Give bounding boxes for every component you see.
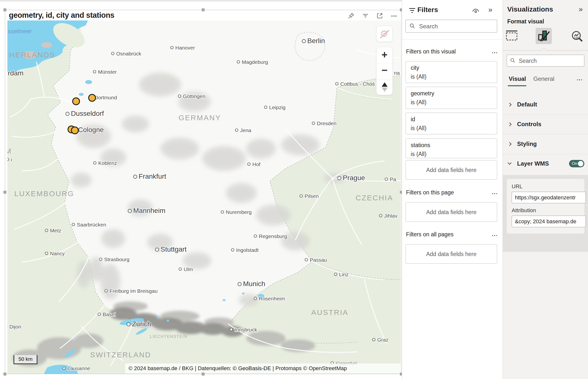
resize-handle-bottom-mid[interactable] [202,373,205,376]
chevron-right-icon [508,103,512,107]
basemap-germany[interactable]: sselmeerTHERLANDSerdamMinaOsnabrückHanov… [7,20,401,374]
map-label: Innsbruck [235,327,257,332]
city-marker [94,162,96,164]
map-label: Jena [240,127,251,133]
city-marker [336,83,338,85]
format-visual-tab-selected[interactable] [536,28,552,44]
add-data-fields-dropzone[interactable]: Add data fields here [406,244,497,264]
zoom-out-button[interactable]: − [376,63,392,79]
map-label: Ulm [184,266,193,272]
map-label: LUXEMBOURG [14,190,74,198]
map-visual[interactable]: sselmeerTHERLANDSerdamMinaOsnabrückHanov… [7,20,401,374]
filters-section-title: Filters on this visual [406,48,456,55]
layer-wms-toggle[interactable]: On [569,160,584,167]
pitch-up-icon [382,82,388,87]
collapse-filters-pane-icon[interactable]: » [488,6,492,13]
map-label: Stuttgart [161,245,187,253]
city-marker [45,252,48,255]
divider-notch [541,48,547,53]
chevron-down-icon [508,161,512,165]
map-label: GERMANY [179,114,221,122]
map-zoom-control[interactable]: + − [376,47,393,95]
map-label: AUSTRIA [311,308,348,316]
focus-mode-icon[interactable] [376,12,383,19]
build-visual-icon[interactable] [505,30,519,43]
pitch-control[interactable] [376,79,392,95]
city-marker [264,106,267,109]
station-data-point[interactable] [73,98,80,105]
section-more-options-icon[interactable] [491,191,497,196]
visualizations-pane-title: Visualizations [507,5,553,13]
zoom-in-button[interactable]: + [376,47,392,63]
map-label: Magdeburg [242,59,268,65]
station-data-point[interactable] [71,127,78,134]
map-settings-button[interactable]: ⚙ [376,26,393,42]
eye-icon[interactable] [472,7,480,16]
resize-handle-bottom-left[interactable] [3,373,6,376]
analytics-icon[interactable] [571,30,584,44]
section-styling[interactable]: Styling [503,134,588,154]
add-data-fields-dropzone[interactable]: Add data fields here [406,160,497,180]
tab-general[interactable]: General [533,75,554,82]
section-label: Layer WMS [517,160,549,167]
resize-handle-left-mid[interactable] [3,191,6,194]
section-controls[interactable]: Controls [503,115,588,134]
city-marker [128,209,131,213]
add-data-fields-dropzone[interactable]: Add data fields here [406,202,497,222]
url-input[interactable] [512,192,586,203]
attribution-label: Attribution [512,207,579,214]
url-label: URL [512,183,579,190]
section-default[interactable]: Default [503,95,588,115]
map-label: erdam [7,69,23,77]
filter-card-city[interactable]: city is (All) [406,61,497,83]
filter-field-name: stations [411,142,492,149]
map-label: Dijon [9,324,21,329]
section-more-options-icon[interactable] [491,233,497,238]
format-search-box[interactable] [507,55,584,67]
filter-card-id[interactable]: id is (All) [406,113,497,134]
format-visual-icon [536,28,552,44]
resize-handle-top-mid[interactable] [202,8,205,11]
more-options-icon[interactable] [391,12,397,19]
map-label: Cologne [78,126,104,134]
map-label: LIECHTENSTEIN [150,334,187,339]
station-data-point[interactable] [89,94,96,101]
layer-wms-card: URL Attribution [507,179,584,234]
map-label: Ingolstadt [236,247,259,253]
city-marker [231,249,234,251]
city-marker [93,70,96,73]
section-more-options-icon[interactable] [491,50,497,55]
filter-condition: is (All) [411,99,492,106]
filter-icon[interactable] [362,12,369,19]
filter-condition: is (All) [411,125,492,132]
tabs-more-options-icon[interactable] [576,77,582,82]
map-label: Prague [343,174,365,182]
section-layer-wms[interactable]: Layer WMS On [503,154,588,175]
filter-card-stations[interactable]: stations is (All) [406,138,497,158]
city-marker [237,61,240,63]
city-marker [238,282,241,286]
map-label: Jihlav [384,213,397,219]
city-marker [235,129,238,132]
filters-search-box[interactable] [406,20,497,33]
filter-condition: is (All) [411,73,492,80]
format-search-input[interactable] [518,56,581,66]
city-marker [105,290,108,292]
section-label: Controls [517,121,541,128]
tab-visual[interactable]: Visual [509,75,526,82]
map-label: Osnabrück [116,51,141,56]
pin-icon[interactable] [348,12,355,19]
filter-card-geometry[interactable]: geometry is (All) [406,87,497,109]
filters-search-input[interactable] [419,21,493,31]
map-label: sselmeer [8,28,32,34]
city-marker [127,323,130,326]
city-marker [178,95,181,98]
city-marker [112,52,114,55]
resize-handle-top-left[interactable] [3,8,6,11]
collapse-visualizations-pane-icon[interactable]: » [579,5,583,13]
map-label: Rosenheim [259,296,285,301]
map-label: Dusseldorf [71,110,104,117]
attribution-input[interactable] [512,216,586,227]
city-marker [385,178,388,181]
city-marker [305,258,308,261]
